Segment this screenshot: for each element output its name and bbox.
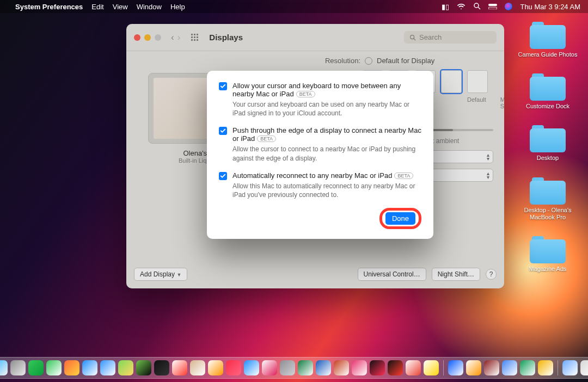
desktop-folder[interactable]: Desktop - Olena's MacBook Pro [515, 177, 580, 221]
dock-app-reminders[interactable] [208, 360, 223, 375]
option-title: Automatically reconnect to any nearby Ma… [232, 171, 392, 180]
dock-separator [558, 360, 558, 375]
beta-badge: BETA [257, 135, 276, 142]
siri-icon[interactable] [505, 3, 512, 10]
desktop-icons-column: Camera Guide Photos Customize Dock Deskt… [515, 22, 580, 273]
option-title: Allow your cursor and keyboard to move b… [232, 82, 401, 98]
svg-line-1 [478, 7, 480, 9]
spotlight-icon[interactable] [473, 2, 481, 11]
folder-icon [530, 177, 566, 205]
beta-badge: BETA [394, 172, 413, 179]
dock-app-safari[interactable] [82, 360, 97, 375]
menu-edit[interactable]: Edit [91, 3, 103, 11]
checkbox-auto-reconnect[interactable] [219, 172, 227, 180]
annotation-highlight: Done [379, 208, 421, 229]
dock-app-timemachine[interactable] [136, 360, 151, 375]
option-desc: Allow the cursor to connect to a nearby … [232, 145, 421, 162]
dock-app-appstore[interactable] [244, 360, 259, 375]
dock-app-finder[interactable] [0, 360, 8, 375]
svg-point-0 [474, 3, 479, 8]
dock-app-chrome[interactable] [406, 360, 421, 375]
dock-app-maps[interactable] [118, 360, 133, 375]
battery-icon[interactable]: ▮▯ [442, 3, 449, 11]
checkbox-push-through[interactable] [219, 127, 227, 135]
menu-view[interactable]: View [113, 3, 128, 11]
option-desc: Allow this Mac to automatically reconnec… [232, 182, 421, 199]
desktop-folder[interactable]: Desktop [515, 125, 580, 162]
dock-app-voice-memos[interactable] [388, 360, 403, 375]
dock-app-trash[interactable] [580, 360, 588, 375]
dock-app-contacts[interactable] [190, 360, 205, 375]
folder-icon [530, 73, 566, 101]
svg-rect-3 [488, 7, 497, 9]
dock-app-zoom[interactable] [448, 360, 463, 375]
menu-app[interactable]: System Preferences [15, 3, 83, 11]
dock-app-music[interactable] [226, 360, 241, 375]
dock-app-dictionary[interactable] [484, 360, 499, 375]
dock-app-slides[interactable] [538, 360, 553, 375]
dock-app-find-my[interactable] [46, 360, 62, 375]
desktop-folder[interactable]: Camera Guide Photos [515, 22, 580, 58]
folder-icon [530, 22, 566, 49]
dock-app-launchpad[interactable] [10, 360, 26, 375]
menu-window[interactable]: Window [137, 3, 162, 11]
desktop-folder[interactable]: Magazine Ads [515, 236, 580, 273]
dock-app-downloads[interactable] [562, 360, 578, 375]
dock-app-calendar[interactable] [172, 360, 187, 375]
control-center-icon[interactable] [488, 3, 497, 11]
menu-help[interactable]: Help [170, 3, 185, 11]
wifi-icon[interactable] [457, 3, 465, 11]
dock-app-excel[interactable] [298, 360, 313, 375]
dock-app-apple-tv[interactable] [154, 360, 169, 375]
dock-app-docs[interactable] [502, 360, 517, 375]
dock-app-appB[interactable] [370, 360, 385, 375]
svg-rect-2 [488, 4, 497, 6]
dock-app-messages[interactable] [28, 360, 44, 375]
dock-app-powerpoint[interactable] [334, 360, 349, 375]
option-desc: Your cursor and keyboard can be used on … [232, 100, 421, 118]
dock-app-sheets[interactable] [520, 360, 535, 375]
folder-icon [530, 236, 566, 263]
dock-app-appA[interactable] [352, 360, 367, 375]
menubar-clock[interactable]: Thu Mar 3 9:24 AM [520, 3, 580, 11]
dock-app-mail[interactable] [100, 360, 115, 375]
menubar: System Preferences Edit View Window Help… [0, 0, 588, 13]
desktop-folder[interactable]: Customize Dock [515, 73, 580, 110]
universal-control-sheet: Allow your cursor and keyboard to move b… [207, 71, 433, 239]
folder-icon [530, 125, 566, 152]
dock-app-word[interactable] [316, 360, 331, 375]
dock-app-system-prefs[interactable] [280, 360, 295, 375]
dock-separator [443, 360, 444, 375]
checkbox-allow-cursor[interactable] [219, 82, 227, 90]
dock-app-notes[interactable] [424, 360, 439, 375]
done-button[interactable]: Done [385, 212, 415, 225]
dock-app-slack[interactable] [262, 360, 277, 375]
dock-app-photo-booth[interactable] [64, 360, 79, 375]
dock-app-photos[interactable] [466, 360, 481, 375]
beta-badge: BETA [296, 91, 315, 97]
dock [0, 357, 588, 379]
